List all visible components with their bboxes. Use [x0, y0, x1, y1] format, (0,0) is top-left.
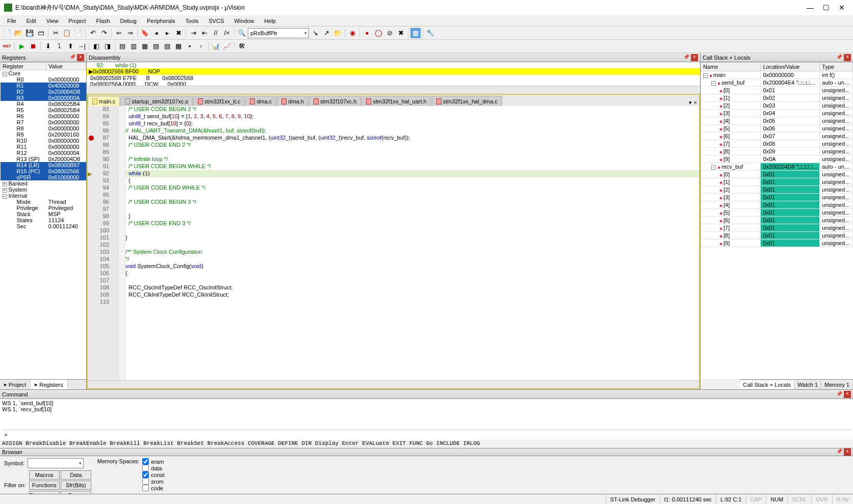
locals-row[interactable]: ◆[8]0x01unsigned… [701, 232, 853, 240]
code-line[interactable]: { [125, 270, 699, 277]
show-disasm-icon[interactable]: ◧ [91, 41, 101, 51]
watch-win-icon[interactable]: ▩ [173, 41, 184, 51]
register-row[interactable]: PrivilegePrivileged [1, 205, 86, 211]
locals-row[interactable]: ◆[0]0x01unsigned… [701, 87, 853, 94]
bookmark-icon[interactable]: 🔖 [140, 28, 150, 38]
memspace-checkbox[interactable] [142, 485, 149, 491]
code-line[interactable]: /* USER CODE BEGIN 2 */ [125, 106, 699, 113]
undo-icon[interactable]: ↶ [88, 28, 98, 38]
pin-icon[interactable]: 📌 [836, 391, 843, 398]
bookmark-next-icon[interactable]: ▸ [162, 28, 172, 38]
uncomment-icon[interactable]: /× [222, 28, 232, 38]
symbols-win-icon[interactable]: ▦ [140, 41, 150, 51]
memspace-option[interactable]: code [142, 485, 164, 491]
disasm-line[interactable]: 0x0800256A 0000 DCW 0x0000 [87, 81, 700, 86]
close-panel-icon[interactable]: × [77, 54, 84, 61]
code-line[interactable]: void SystemClock_Config(void) [125, 263, 699, 270]
register-row[interactable]: R60x00000000 [1, 113, 86, 119]
locals-row[interactable]: ◆[0]0x01unsigned… [701, 171, 853, 178]
editor-tab[interactable]: dma.h [277, 96, 308, 106]
code-line[interactable]: } [125, 213, 699, 220]
memspace-checkbox[interactable] [142, 465, 149, 471]
minimize-button[interactable]: — [807, 4, 814, 12]
cut-icon[interactable]: ✂ [50, 28, 61, 38]
locals-row[interactable]: ◆[4]0x05unsigned… [701, 117, 853, 125]
run-to-cursor-icon[interactable]: →| [76, 41, 87, 51]
locals-row[interactable]: ◆[4]0x01unsigned… [701, 201, 853, 209]
browser-filter-button[interactable]: Functions [29, 481, 60, 490]
register-row[interactable]: R14 (LR)0x08000B97 [1, 162, 86, 168]
bp-disable-icon[interactable]: ⊘ [384, 28, 395, 38]
left-tab-registers[interactable]: ▸Registers [31, 380, 67, 389]
close-button[interactable]: ✕ [839, 4, 845, 12]
maximize-button[interactable]: ☐ [823, 4, 830, 12]
register-row[interactable]: R90x20000160 [1, 131, 86, 138]
register-row[interactable]: R20x200004D8 [1, 89, 86, 95]
editor-tab[interactable]: stm32f1xx_hal_dma.c [432, 96, 502, 106]
memspace-option[interactable]: const [142, 471, 164, 478]
locals-row[interactable]: ◆[8]0x09unsigned… [701, 148, 853, 155]
locals-row[interactable]: -◆main0x00000000int f() [701, 71, 853, 79]
menu-flash[interactable]: Flash [91, 16, 115, 25]
code-line[interactable]: /* USER CODE BEGIN WHILE */ [125, 163, 699, 170]
code-line[interactable] [125, 192, 699, 199]
register-row[interactable]: States11124 [1, 217, 86, 223]
pin-icon[interactable]: 📌 [69, 54, 76, 61]
registers-table[interactable]: RegisterValue −CoreR00x00000000R10x40020… [0, 62, 86, 379]
register-row[interactable]: R15 (PC)0x08002566 [1, 168, 86, 174]
register-row[interactable]: R30x0000000A [1, 95, 86, 101]
bp-kill-icon[interactable]: ✖ [396, 28, 406, 38]
registers-win-icon[interactable]: ▧ [151, 41, 161, 51]
register-row[interactable]: R50x080025B4 [1, 107, 86, 113]
locals-row[interactable]: ◆[3]0x04unsigned… [701, 110, 853, 117]
memspace-checkbox[interactable] [142, 478, 149, 485]
code-line[interactable]: { [125, 177, 699, 184]
menu-debug[interactable]: Debug [115, 16, 142, 25]
register-group[interactable]: +System [1, 187, 86, 193]
locals-row[interactable]: -◆recv_buf0x200004D8 "□□□□…auto - un… [701, 163, 853, 171]
browser-filter-button[interactable]: Sfr(Bits) [61, 481, 91, 490]
memory-win-icon[interactable]: ▪ [185, 41, 195, 51]
code-line[interactable]: HAL_DMA_Start(&hdma_memtomem_dma1_channe… [125, 135, 699, 142]
locals-row[interactable]: ◆[9]0x01unsigned… [701, 240, 853, 247]
register-row[interactable]: R70x00000000 [1, 119, 86, 125]
code-line[interactable]: uint8_t recv_buf[10] = {0}; [125, 120, 699, 127]
redo-icon[interactable]: ↷ [99, 28, 109, 38]
callstack-win-icon[interactable]: ▨ [162, 41, 172, 51]
locals-row[interactable]: ◆[7]0x01unsigned… [701, 224, 853, 232]
debug-icon[interactable]: ◉ [347, 28, 357, 38]
run-icon[interactable]: ▶ [17, 41, 27, 51]
disassembly-view[interactable]: 92: while (1)▶0x08002566 BF00 NOP 0x0800… [87, 62, 700, 86]
locals-row[interactable]: ◆[6]0x01unsigned… [701, 217, 853, 224]
register-row[interactable]: R120x00000004 [1, 150, 86, 156]
step-out-icon[interactable]: ⬆ [65, 41, 75, 51]
menu-help[interactable]: Help [259, 16, 281, 25]
find-next-icon[interactable]: ↘ [310, 28, 320, 38]
code-line[interactable] [125, 149, 699, 156]
memspace-option[interactable]: eram [142, 458, 164, 465]
cmd-win-icon[interactable]: ▤ [117, 41, 127, 51]
locals-row[interactable]: ◆[1]0x01unsigned… [701, 178, 853, 186]
nav-back-icon[interactable]: ⇐ [114, 28, 124, 38]
serial-win-icon[interactable]: ▫ [196, 41, 206, 51]
menu-window[interactable]: Window [229, 16, 259, 25]
right-tab[interactable]: Watch 1 [794, 381, 821, 389]
code-line[interactable] [125, 277, 699, 284]
editor-tab[interactable]: stm32f107xc.h [309, 96, 361, 106]
editor-tab[interactable]: startup_stm32f107xc.s [120, 96, 193, 106]
register-row[interactable]: xPSR0x61000000 [1, 174, 86, 180]
register-row[interactable]: R80x00000000 [1, 125, 86, 131]
command-input[interactable] [9, 431, 851, 438]
locals-row[interactable]: ◆[3]0x01unsigned… [701, 194, 853, 201]
editor-tab[interactable]: stm32f1xx_it.c [193, 96, 245, 106]
code-line[interactable]: // HAL_UART_Transmit_DMA(&huart1, buf, s… [125, 127, 699, 135]
find-combo[interactable]: pRxBuffPtr [248, 28, 309, 38]
code-line[interactable] [125, 206, 699, 213]
close-panel-icon[interactable]: × [844, 391, 851, 398]
locals-row[interactable]: ◆[1]0x02unsigned… [701, 94, 853, 102]
memspace-option[interactable]: data [142, 465, 164, 471]
code-line[interactable]: */ [125, 256, 699, 263]
locals-row[interactable]: -◆send_buf0x200004E4 "□ □□…auto - un… [701, 79, 853, 87]
register-row[interactable]: R110x00000000 [1, 144, 86, 150]
locals-row[interactable]: ◆[5]0x01unsigned… [701, 209, 853, 217]
